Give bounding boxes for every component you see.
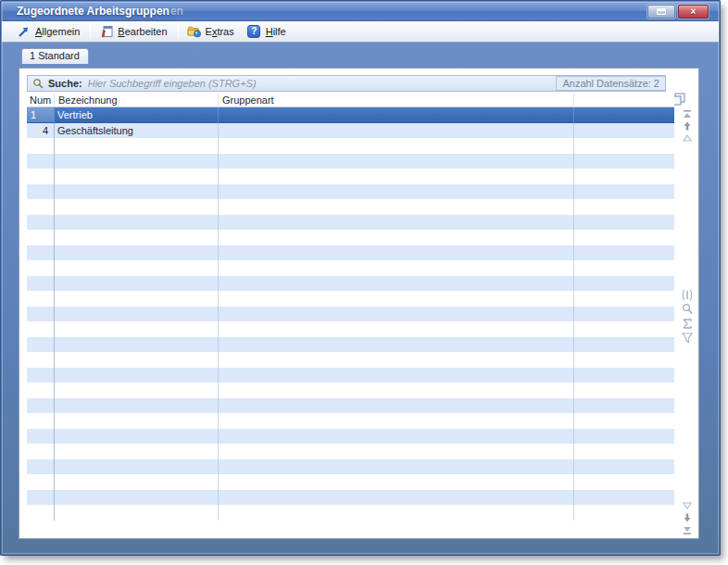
cell-num [27, 215, 54, 231]
table-row-empty[interactable] [27, 398, 674, 414]
cell-bezeichnung [54, 413, 218, 429]
tab-standard[interactable]: 1 Standard [21, 48, 89, 64]
scroll-to-bottom-icon[interactable] [681, 524, 694, 535]
toolbar-item-bearbeiten[interactable]: Bearbeiten [94, 23, 174, 41]
columns-icon[interactable] [681, 289, 694, 300]
table-row-empty[interactable] [27, 245, 674, 261]
cell-num [27, 276, 54, 292]
cell-gruppenart [218, 368, 573, 383]
table-row[interactable]: 4Geschäftsleitung [27, 123, 674, 139]
cell-num [27, 429, 54, 445]
table-row-empty[interactable] [27, 474, 674, 490]
cell-filler [573, 107, 674, 122]
cell-filler [573, 490, 674, 506]
cell-num [27, 505, 54, 521]
header-cell-gruppenart[interactable]: Gruppenart [218, 94, 573, 107]
search-input[interactable] [88, 77, 557, 90]
window-title-ghost: en [170, 5, 183, 18]
cell-gruppenart [218, 107, 573, 122]
cell-filler [573, 352, 674, 368]
header-cell-filler [573, 94, 674, 107]
record-count-badge: Anzahl Datensätze: 2 [556, 76, 665, 91]
toolbar-label: Allgemein [35, 26, 80, 37]
table-row-empty[interactable] [27, 260, 674, 276]
cell-bezeichnung [54, 307, 218, 322]
table-row-empty[interactable] [27, 413, 674, 429]
cell-bezeichnung [54, 459, 218, 475]
toolbar-separator [178, 24, 179, 39]
zoom-icon[interactable] [681, 303, 694, 314]
search-bar[interactable]: Suche: Anzahl Datensätze: 2 [27, 75, 666, 92]
cell-num [27, 474, 54, 490]
table-row-empty[interactable] [27, 307, 674, 322]
cell-bezeichnung [54, 444, 218, 459]
cell-bezeichnung [54, 383, 218, 398]
restore-button[interactable] [647, 5, 675, 19]
cell-filler [573, 444, 674, 459]
table-row-empty[interactable] [27, 490, 674, 506]
table-row-empty[interactable] [27, 154, 674, 170]
toolbar-item-extras[interactable]: Extras [182, 23, 242, 41]
titlebar[interactable]: Zugeordnete Arbeitsgruppenen × [2, 2, 719, 21]
cell-num [27, 337, 54, 353]
search-icon [32, 78, 44, 89]
header-cell-num[interactable]: Num [27, 94, 54, 107]
toolbar-item-hilfe[interactable]: ? Hilfe [242, 23, 294, 41]
table-row-empty[interactable] [27, 184, 674, 200]
cell-filler [573, 429, 674, 445]
cell-num [27, 245, 54, 261]
close-button[interactable]: × [678, 5, 709, 19]
cell-filler [573, 276, 674, 292]
cell-num [27, 230, 54, 245]
cell-gruppenart [218, 413, 573, 429]
cell-bezeichnung [54, 429, 218, 445]
cell-gruppenart [218, 230, 573, 245]
cell-filler [573, 245, 674, 261]
cell-bezeichnung [54, 398, 218, 414]
toolbar-item-allgemein[interactable]: Allgemein [11, 23, 87, 41]
cell-filler [573, 383, 674, 398]
table-row-empty[interactable] [27, 337, 674, 353]
scroll-down-alt-icon[interactable] [681, 500, 694, 511]
cell-gruppenart [218, 276, 573, 292]
sum-icon[interactable] [681, 318, 694, 329]
table-row-empty[interactable] [27, 138, 674, 154]
table-row-empty[interactable] [27, 505, 674, 521]
table-row-empty[interactable] [27, 199, 674, 215]
table-row-empty[interactable] [27, 230, 674, 245]
cell-gruppenart [218, 383, 573, 398]
cell-num [27, 490, 54, 506]
filter-icon[interactable] [681, 332, 694, 343]
scroll-up-alt-icon[interactable] [681, 132, 694, 144]
cell-filler [573, 368, 674, 383]
cell-gruppenart [218, 444, 573, 459]
cell-num [27, 444, 54, 459]
table-row-empty[interactable] [27, 169, 674, 184]
table-row-empty[interactable] [27, 459, 674, 475]
table-row-empty[interactable] [27, 368, 674, 383]
table-row-empty[interactable] [27, 291, 674, 307]
toolbar-label: Extras [206, 26, 234, 37]
toolbar-label: Hilfe [266, 26, 286, 37]
cell-num [27, 368, 54, 383]
table-row-empty[interactable] [27, 352, 674, 368]
cell-num [27, 138, 54, 154]
close-icon: × [691, 6, 697, 17]
cell-filler [573, 307, 674, 322]
scroll-down-icon[interactable] [681, 512, 694, 523]
table-row-empty[interactable] [27, 321, 674, 337]
cell-bezeichnung [54, 230, 218, 245]
cell-bezeichnung [54, 169, 218, 184]
table-row[interactable]: 1Vertrieb [27, 107, 674, 123]
table-row-empty[interactable] [27, 429, 674, 445]
header-cell-bezeichnung[interactable]: Bezeichnung [54, 94, 218, 107]
table-row-empty[interactable] [27, 444, 674, 459]
cell-gruppenart [218, 459, 573, 475]
scroll-up-icon[interactable] [681, 120, 694, 132]
table-row-empty[interactable] [27, 215, 674, 231]
scroll-to-top-icon[interactable] [681, 109, 694, 120]
table-row-empty[interactable] [27, 276, 674, 292]
table-row-empty[interactable] [27, 383, 674, 398]
cell-num [27, 199, 54, 215]
cell-bezeichnung [54, 474, 218, 490]
